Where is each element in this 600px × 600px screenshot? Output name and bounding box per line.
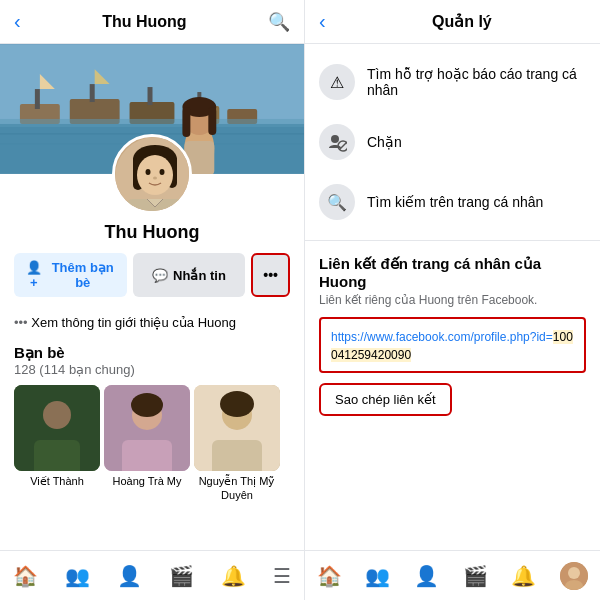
svg-point-26 [137, 155, 173, 195]
add-friend-button[interactable]: 👤+ Thêm bạn bè [14, 253, 127, 297]
nav-profile-right[interactable]: 👤 [414, 564, 439, 588]
friend-name-3: Nguyễn Thị Mỹ Duyên [194, 474, 280, 503]
friends-grid: Viết Thành Hoàng Trà My [14, 385, 290, 503]
nav-home-right[interactable]: 🏠 [317, 564, 342, 588]
search-menu-icon: 🔍 [319, 184, 355, 220]
svg-point-40 [220, 391, 254, 417]
menu-item-report[interactable]: ⚠ Tìm hỗ trợ hoặc báo cáo trang cá nhân [305, 52, 600, 112]
link-title: Liên kết đến trang cá nhân của Huong [319, 255, 586, 290]
link-url-box: https://www.facebook.com/profile.php?id=… [319, 317, 586, 373]
nav-friends-right[interactable]: 👥 [365, 564, 390, 588]
report-icon: ⚠ [319, 64, 355, 100]
svg-rect-9 [148, 87, 153, 105]
copy-link-button[interactable]: Sao chép liên kết [319, 383, 452, 416]
svg-point-28 [160, 169, 165, 175]
bottom-nav-left: 🏠 👥 👤 🎬 🔔 ☰ [0, 550, 304, 600]
friend-name-1: Viết Thành [30, 474, 84, 488]
svg-rect-19 [182, 107, 190, 137]
svg-point-42 [331, 135, 339, 143]
add-friend-label: Thêm bạn bè [49, 260, 117, 290]
svg-rect-33 [34, 440, 80, 471]
left-header: ‹ Thu Huong 🔍 [0, 0, 304, 44]
svg-point-46 [568, 567, 580, 579]
friend-item-2[interactable]: Hoàng Trà My [104, 385, 190, 503]
svg-line-44 [340, 143, 347, 150]
profile-name: Thu Huong [105, 222, 200, 243]
menu-item-search[interactable]: 🔍 Tìm kiếm trên trang cá nhân [305, 172, 600, 232]
nav-video-right[interactable]: 🎬 [463, 564, 488, 588]
block-icon [319, 124, 355, 160]
intro-section: ••• Xem thông tin giới thiệu của Huong [0, 307, 304, 338]
back-icon-right[interactable]: ‹ [319, 10, 326, 33]
nav-menu-left[interactable]: ☰ [273, 564, 291, 588]
bottom-nav-right: 🏠 👥 👤 🎬 🔔 [305, 550, 600, 600]
url-prefix: https://www.facebook.com/profile.php?id= [331, 330, 553, 344]
search-text: Tìm kiếm trên trang cá nhân [367, 194, 543, 210]
profile-section: Thu Huong 👤+ Thêm bạn bè 💬 Nhắn tin ••• [0, 134, 304, 307]
svg-rect-3 [35, 89, 40, 109]
message-button[interactable]: 💬 Nhắn tin [133, 253, 246, 297]
search-icon-left[interactable]: 🔍 [268, 11, 290, 33]
link-section: Liên kết đến trang cá nhân của Huong Liê… [305, 241, 600, 430]
message-icon: 💬 [152, 268, 168, 283]
right-panel: ‹ Quản lý ⚠ Tìm hỗ trợ hoặc báo cáo tran… [305, 0, 600, 600]
intro-dots: ••• [14, 315, 28, 330]
svg-rect-41 [212, 440, 262, 471]
svg-rect-20 [208, 107, 216, 135]
block-text: Chặn [367, 134, 402, 150]
action-buttons: 👤+ Thêm bạn bè 💬 Nhắn tin ••• [14, 253, 290, 297]
friend-photo-3 [194, 385, 280, 471]
menu-item-block[interactable]: Chặn [305, 112, 600, 172]
friends-title: Bạn bè [14, 344, 290, 362]
report-text: Tìm hỗ trợ hoặc báo cáo trang cá nhân [367, 66, 586, 98]
friend-item-3[interactable]: Nguyễn Thị Mỹ Duyên [194, 385, 280, 503]
nav-bell-left[interactable]: 🔔 [221, 564, 246, 588]
avatar [112, 134, 192, 214]
nav-profile-left[interactable]: 👤 [117, 564, 142, 588]
nav-avatar-right[interactable] [560, 562, 588, 590]
nav-friends-left[interactable]: 👥 [65, 564, 90, 588]
friend-photo-2 [104, 385, 190, 471]
friend-photo-1 [14, 385, 100, 471]
svg-point-36 [131, 393, 163, 417]
link-url-text: https://www.facebook.com/profile.php?id=… [331, 330, 573, 362]
right-header: ‹ Quản lý [305, 0, 600, 44]
svg-rect-6 [90, 84, 95, 102]
nav-video-left[interactable]: 🎬 [169, 564, 194, 588]
svg-point-32 [43, 401, 71, 429]
add-friend-icon: 👤+ [24, 260, 44, 290]
intro-text[interactable]: Xem thông tin giới thiệu của Huong [31, 315, 236, 330]
svg-point-29 [153, 177, 157, 180]
manage-title: Quản lý [338, 12, 586, 31]
link-subtitle: Liên kết riêng của Huong trên Facebook. [319, 293, 586, 307]
nav-bell-right[interactable]: 🔔 [511, 564, 536, 588]
friends-section: Bạn bè 128 (114 bạn chung) Viết Thành [0, 338, 304, 509]
profile-header-title: Thu Huong [102, 13, 186, 31]
friend-name-2: Hoàng Trà My [112, 474, 181, 488]
svg-rect-13 [0, 119, 304, 127]
menu-items: ⚠ Tìm hỗ trợ hoặc báo cáo trang cá nhân … [305, 44, 600, 241]
friend-item-1[interactable]: Viết Thành [14, 385, 100, 503]
message-label: Nhắn tin [173, 268, 226, 283]
more-button[interactable]: ••• [251, 253, 290, 297]
svg-point-27 [146, 169, 151, 175]
friends-count: 128 (114 bạn chung) [14, 362, 290, 377]
back-icon-left[interactable]: ‹ [14, 10, 21, 33]
svg-rect-37 [122, 440, 172, 471]
nav-home-left[interactable]: 🏠 [13, 564, 38, 588]
left-panel: ‹ Thu Huong 🔍 [0, 0, 305, 600]
